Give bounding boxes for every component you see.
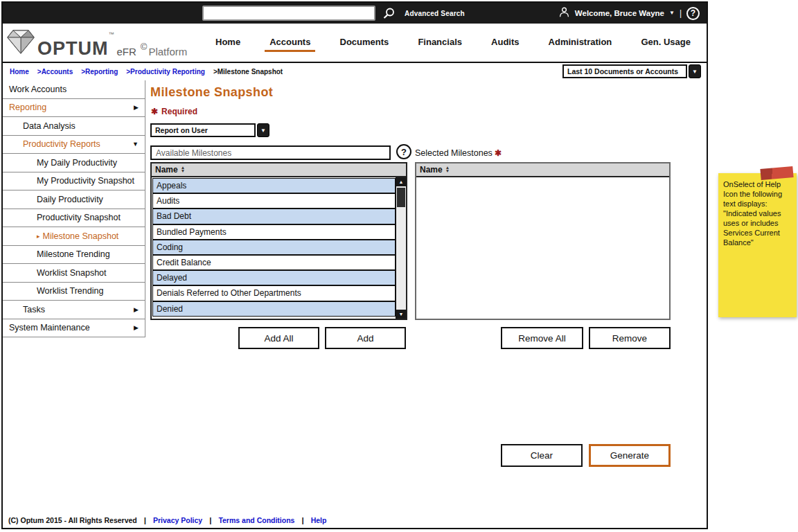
optum-logo-icon: [7, 28, 35, 57]
nav-tab-home[interactable]: Home: [211, 33, 245, 52]
footer-link-terms-and-conditions[interactable]: Terms and Conditions: [218, 516, 294, 524]
sidebar-item-label: Data Analysis: [23, 121, 76, 131]
available-milestones-field[interactable]: Available Milestones: [150, 145, 391, 160]
search-icon[interactable]: [382, 6, 396, 20]
selected-milestones-label-text: Selected Milestones: [415, 148, 493, 158]
remove-button[interactable]: Remove: [589, 327, 671, 349]
breadcrumb-item-accounts[interactable]: >Accounts: [37, 68, 73, 76]
breadcrumb: Home>Accounts>Reporting>Productivity Rep…: [10, 68, 283, 76]
chevron-right-icon: ▶: [134, 306, 139, 313]
sort-icon[interactable]: ▲▼: [445, 166, 450, 172]
list-item-credit-balance[interactable]: Credit Balance: [152, 255, 396, 270]
report-on-dropdown-value[interactable]: Report on User: [150, 123, 256, 137]
nav-tab-documents[interactable]: Documents: [335, 33, 394, 52]
nav-tab-administration[interactable]: Administration: [544, 33, 617, 52]
footer-link-help[interactable]: Help: [311, 516, 327, 524]
generate-button[interactable]: Generate: [589, 444, 671, 467]
welcome-text: Welcome, Bruce Wayne: [575, 9, 664, 17]
selected-list-sort-header[interactable]: Name ▲▼: [416, 163, 669, 177]
search-input[interactable]: [202, 6, 375, 21]
sidebar: Work AccountsReporting▶Data AnalysisProd…: [3, 80, 145, 337]
sidebar-item-label: System Maintenance: [9, 323, 90, 332]
selected-milestones-label: Selected Milestones ✱: [415, 148, 502, 158]
advanced-search-link[interactable]: Advanced Search: [405, 10, 465, 17]
divider: |: [144, 516, 146, 524]
sidebar-item-milestone-snapshot[interactable]: ▸Milestone Snapshot: [3, 227, 145, 246]
add-all-button[interactable]: Add All: [238, 327, 319, 349]
column-header-label: Name: [420, 165, 443, 175]
chevron-down-icon[interactable]: ▼: [257, 123, 269, 137]
footer: (C) Optum 2015 - All Rights Reserved |Pr…: [8, 516, 326, 524]
sidebar-item-data-analysis[interactable]: Data Analysis: [3, 117, 145, 136]
selected-list-rows: [416, 177, 659, 319]
breadcrumb-item-home[interactable]: Home: [10, 68, 29, 76]
recent-documents-dropdown[interactable]: Last 10 Documents or Accounts ▼: [562, 64, 701, 78]
divider: |: [301, 516, 303, 524]
breadcrumb-item-productivity-reporting[interactable]: >Productivity Reporting: [126, 68, 205, 76]
sidebar-item-system-maintenance[interactable]: System Maintenance▶: [3, 319, 145, 338]
sidebar-item-label: Milestone Snapshot: [43, 231, 119, 241]
scrollbar-thumb[interactable]: [397, 188, 405, 207]
sidebar-item-worklist-snapshot[interactable]: Worklist Snapshot: [3, 264, 145, 283]
user-menu-caret-icon[interactable]: ▼: [669, 10, 675, 16]
list-item-denials-referred-to-other-departments[interactable]: Denials Referred to Other Departments: [152, 285, 396, 301]
available-milestones-list: Name ▲▼ AppealsAuditsBad DebtBundled Pay…: [150, 162, 407, 320]
available-list-scrollbar[interactable]: ▲ ▼: [396, 177, 406, 319]
breadcrumb-item-milestone-snapshot[interactable]: >Milestone Snapshot: [213, 68, 283, 76]
nav-tab-financials[interactable]: Financials: [413, 33, 467, 52]
list-item-delayed[interactable]: Delayed: [152, 270, 396, 285]
sidebar-item-label: My Productivity Snapshot: [37, 176, 134, 186]
scroll-down-icon[interactable]: ▼: [396, 310, 406, 319]
user-icon: [558, 6, 570, 21]
list-item-denied[interactable]: Denied: [152, 301, 396, 317]
sidebar-item-productivity-reports[interactable]: Productivity Reports▼: [3, 136, 145, 154]
logo-product-text: eFR: [117, 46, 136, 57]
scroll-up-icon[interactable]: ▲: [396, 177, 406, 186]
list-item-bad-debt[interactable]: Bad Debt: [152, 209, 396, 224]
list-item-coding[interactable]: Coding: [152, 240, 396, 255]
breadcrumb-row: Home>Accounts>Reporting>Productivity Rep…: [3, 63, 707, 80]
main-content: Milestone Snapshot ✱ Required Report on …: [145, 80, 707, 515]
selected-pointer-icon: ▸: [37, 233, 40, 240]
required-note: ✱ Required: [151, 107, 197, 116]
nav-tab-accounts[interactable]: Accounts: [265, 33, 315, 52]
sidebar-item-daily-productivity[interactable]: Daily Productivity: [3, 190, 145, 209]
sidebar-item-reporting[interactable]: Reporting▶: [3, 99, 145, 118]
list-item-bundled-payments[interactable]: Bundled Payments: [152, 224, 396, 240]
sidebar-item-work-accounts[interactable]: Work Accounts: [3, 80, 145, 99]
report-on-dropdown[interactable]: Report on User ▼: [150, 123, 269, 137]
footer-copyright: (C) Optum 2015 - All Rights Reserved: [8, 516, 137, 524]
footer-link-privacy-policy[interactable]: Privacy Policy: [153, 516, 202, 524]
recent-documents-dropdown-value[interactable]: Last 10 Documents or Accounts: [562, 64, 687, 78]
required-label: Required: [161, 107, 197, 116]
chevron-right-icon: ▶: [134, 324, 139, 331]
sidebar-item-productivity-snapshot[interactable]: Productivity Snapshot: [3, 209, 145, 228]
list-item-appeals[interactable]: Appeals: [152, 178, 396, 193]
nav-tab-gen-usage[interactable]: Gen. Usage: [636, 33, 695, 52]
available-list-body: AppealsAuditsBad DebtBundled PaymentsCod…: [152, 177, 406, 319]
app-window: Advanced Search Welcome, Bruce Wayne ▼ |…: [1, 1, 708, 529]
page: Advanced Search Welcome, Bruce Wayne ▼ |…: [0, 0, 798, 532]
list-item-audits[interactable]: Audits: [152, 193, 396, 209]
sidebar-item-milestone-trending[interactable]: Milestone Trending: [3, 246, 145, 265]
chevron-down-icon: ▼: [132, 141, 139, 148]
help-icon[interactable]: ?: [396, 144, 411, 159]
main-nav: HomeAccountsDocumentsFinancialsAuditsAdm…: [211, 24, 695, 62]
sidebar-item-label: Worklist Trending: [37, 286, 103, 296]
logo: OPTUM ™ eFR © Platform: [7, 28, 187, 57]
sidebar-item-tasks[interactable]: Tasks▶: [3, 301, 145, 319]
logo-tm: ™: [109, 31, 114, 37]
divider: |: [209, 516, 211, 524]
breadcrumb-item-reporting[interactable]: >Reporting: [81, 68, 118, 76]
sidebar-item-worklist-trending[interactable]: Worklist Trending: [3, 283, 145, 301]
topbar-help-icon[interactable]: ?: [686, 7, 700, 20]
chevron-down-icon[interactable]: ▼: [689, 64, 701, 78]
remove-all-button[interactable]: Remove All: [501, 327, 583, 349]
sidebar-item-my-productivity-snapshot[interactable]: My Productivity Snapshot: [3, 172, 145, 191]
sort-icon[interactable]: ▲▼: [181, 166, 185, 172]
nav-tab-audits[interactable]: Audits: [486, 33, 524, 52]
sidebar-item-my-daily-productivity[interactable]: My Daily Productivity: [3, 154, 145, 172]
clear-button[interactable]: Clear: [501, 444, 583, 467]
available-list-sort-header[interactable]: Name ▲▼: [152, 163, 406, 177]
add-button[interactable]: Add: [325, 327, 406, 349]
